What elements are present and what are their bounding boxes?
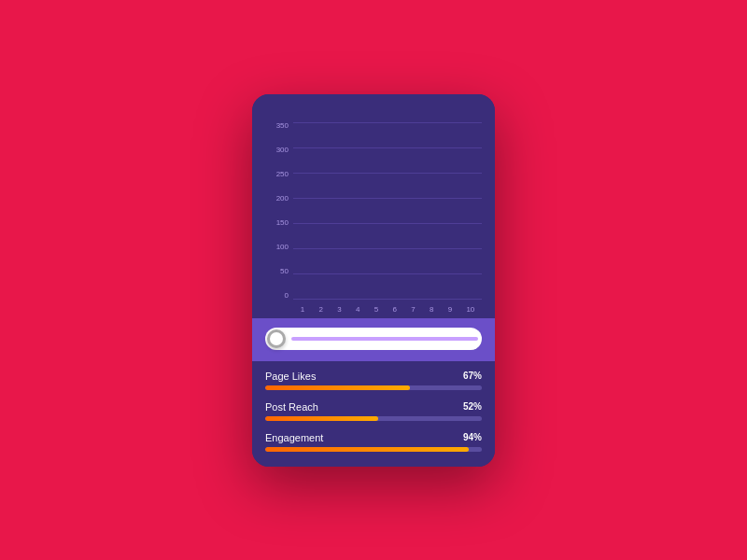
x-label: 6 xyxy=(392,301,396,318)
stat-bar-track xyxy=(265,385,482,390)
slider-section xyxy=(252,318,495,361)
stat-header: Engagement 94% xyxy=(265,432,482,443)
y-axis: 350 300 250 200 150 100 50 0 xyxy=(265,122,291,300)
bar-chart: 350 300 250 200 150 100 50 0 xyxy=(265,122,482,318)
x-label: 7 xyxy=(411,301,415,318)
stat-label: Post Reach xyxy=(265,401,318,413)
stat-bar-track xyxy=(265,416,482,421)
stat-bar-track xyxy=(265,447,482,452)
bars-container xyxy=(293,122,482,300)
x-label: 9 xyxy=(448,301,452,318)
x-label: 8 xyxy=(430,301,433,318)
app-header xyxy=(252,94,495,117)
y-label: 350 xyxy=(265,122,291,130)
x-label: 2 xyxy=(318,301,322,318)
slider-fill xyxy=(291,337,478,341)
x-axis: 12345678910 xyxy=(293,301,482,318)
x-label: 1 xyxy=(301,301,304,318)
x-label: 5 xyxy=(374,301,378,318)
stat-label: Page Likes xyxy=(265,371,316,382)
y-label: 300 xyxy=(265,147,291,154)
stat-value: 52% xyxy=(463,401,482,412)
chart-area: 350 300 250 200 150 100 50 0 xyxy=(252,117,495,318)
y-label: 0 xyxy=(265,292,291,300)
stat-item: Post Reach 52% xyxy=(265,401,482,421)
slider-thumb[interactable] xyxy=(267,329,286,348)
stat-header: Post Reach 52% xyxy=(265,401,482,413)
y-label: 50 xyxy=(265,268,291,275)
stat-item: Engagement 94% xyxy=(265,432,482,452)
x-label: 10 xyxy=(466,301,474,318)
stat-item: Page Likes 67% xyxy=(265,371,482,390)
y-label: 200 xyxy=(265,195,291,203)
slider-track xyxy=(265,328,482,350)
y-label: 250 xyxy=(265,171,291,178)
y-label: 150 xyxy=(265,219,291,227)
x-label: 4 xyxy=(356,301,359,318)
x-label: 3 xyxy=(337,301,341,318)
stat-bar-fill xyxy=(265,385,410,390)
stat-value: 94% xyxy=(463,432,482,442)
stat-bar-fill xyxy=(265,416,378,421)
stat-header: Page Likes 67% xyxy=(265,371,482,382)
stat-bar-fill xyxy=(265,447,469,452)
stat-value: 67% xyxy=(463,371,482,381)
stats-section: Page Likes 67% Post Reach 52% Engagement… xyxy=(252,361,495,467)
stat-label: Engagement xyxy=(265,432,323,443)
y-label: 100 xyxy=(265,244,291,251)
phone-card: 350 300 250 200 150 100 50 0 xyxy=(252,94,495,467)
